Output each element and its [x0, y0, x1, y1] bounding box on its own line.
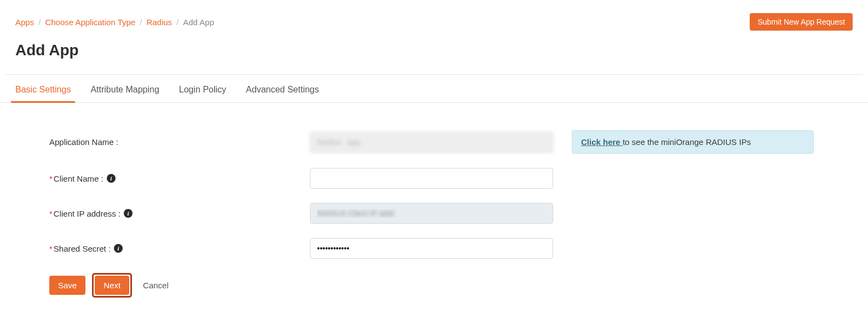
shared-secret-label: *Shared Secret : i	[49, 244, 310, 253]
form-area: Application Name : Click here to see the…	[0, 103, 868, 314]
submit-new-app-request-button[interactable]: Submit New App Request	[750, 13, 853, 31]
client-name-input[interactable]	[310, 168, 553, 189]
breadcrumb-choose-type[interactable]: Choose Application Type	[45, 18, 135, 27]
application-name-input[interactable]	[310, 132, 553, 153]
breadcrumb-sep: /	[38, 18, 41, 27]
breadcrumb-sep: /	[140, 18, 142, 27]
info-box-text: to see the miniOrange RADIUS IPs	[623, 137, 751, 147]
client-ip-label: *Client IP address : i	[49, 209, 310, 218]
tab-attribute-mapping[interactable]: Attribute Mapping	[90, 75, 159, 102]
breadcrumb: Apps / Choose Application Type / Radius …	[15, 18, 214, 27]
page-title: Add App	[0, 36, 868, 74]
client-ip-input[interactable]	[310, 203, 553, 224]
click-here-link[interactable]: Click here	[581, 137, 623, 147]
breadcrumb-radius[interactable]: Radius	[146, 18, 172, 27]
client-name-label: *Client Name : i	[49, 174, 310, 183]
radius-ips-info-box: Click here to see the miniOrange RADIUS …	[572, 130, 814, 154]
tab-login-policy[interactable]: Login Policy	[179, 75, 226, 102]
info-icon[interactable]: i	[124, 209, 133, 218]
next-button[interactable]: Next	[95, 276, 129, 295]
breadcrumb-sep: /	[176, 18, 179, 27]
save-button[interactable]: Save	[49, 276, 85, 295]
info-icon[interactable]: i	[107, 174, 116, 183]
form-actions: Save Next Cancel	[49, 273, 819, 298]
next-highlight: Next	[92, 273, 132, 298]
application-name-label: Application Name :	[49, 137, 310, 147]
breadcrumb-apps[interactable]: Apps	[15, 18, 34, 27]
tab-basic-settings[interactable]: Basic Settings	[15, 75, 71, 102]
shared-secret-input[interactable]	[310, 238, 553, 259]
breadcrumb-current: Add App	[183, 18, 214, 27]
tab-advanced-settings[interactable]: Advanced Settings	[246, 75, 319, 102]
cancel-button[interactable]: Cancel	[139, 276, 177, 295]
tabs: Basic Settings Attribute Mapping Login P…	[0, 75, 868, 103]
info-icon[interactable]: i	[114, 244, 123, 253]
